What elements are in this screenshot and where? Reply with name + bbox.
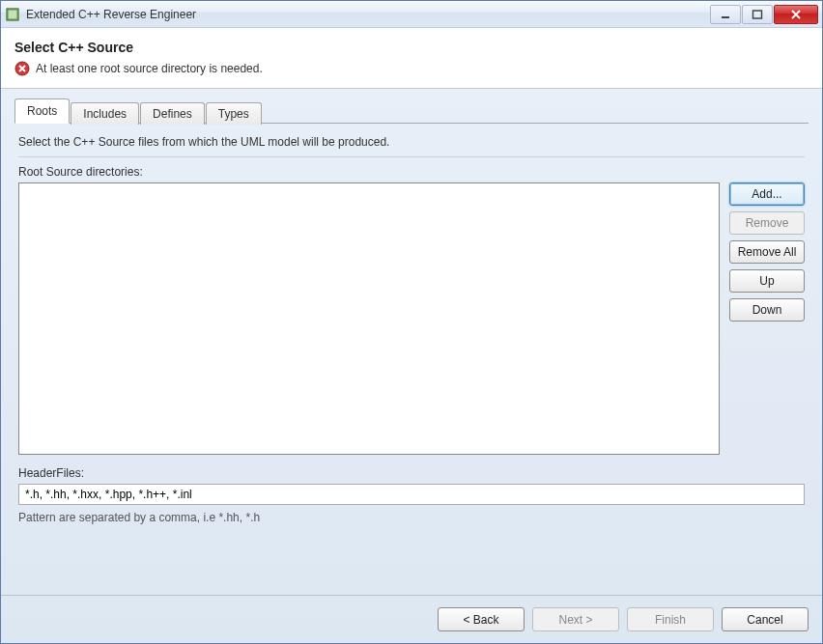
remove-button: Remove [729, 211, 805, 235]
headerfiles-label: HeaderFiles: [18, 466, 805, 480]
back-button[interactable]: < Back [438, 607, 525, 631]
error-text: At least one root source directory is ne… [36, 62, 263, 75]
cancel-button[interactable]: Cancel [722, 607, 809, 631]
maximize-button[interactable] [742, 5, 773, 24]
roots-tab-content: Select the C++ Source files from which t… [14, 124, 809, 595]
headerfiles-section: HeaderFiles: Pattern are separated by a … [18, 466, 805, 524]
tab-defines[interactable]: Defines [140, 102, 205, 125]
list-buttons: Add... Remove Remove All Up Down [729, 182, 805, 455]
next-button: Next > [532, 607, 619, 631]
finish-button: Finish [627, 607, 714, 631]
svg-rect-2 [722, 16, 729, 18]
error-icon [14, 61, 30, 76]
tab-roots[interactable]: Roots [14, 98, 70, 124]
window-controls [709, 5, 818, 24]
pattern-hint: Pattern are separated by a comma, i.e *.… [18, 511, 805, 524]
remove-all-button[interactable]: Remove All [729, 240, 805, 264]
app-icon [5, 7, 20, 22]
wizard-footer: < Back Next > Finish Cancel [1, 595, 822, 643]
close-button[interactable] [774, 5, 818, 24]
svg-rect-1 [9, 10, 17, 18]
dialog-window: Extended C++ Reverse Engineer Select C++… [0, 0, 823, 644]
page-title: Select C++ Source [14, 40, 809, 55]
tab-includes[interactable]: Includes [71, 102, 139, 125]
content-area: Roots Includes Defines Types Select the … [1, 89, 822, 595]
tab-bar: Roots Includes Defines Types [14, 98, 809, 124]
tab-types[interactable]: Types [206, 102, 262, 125]
tab-description: Select the C++ Source files from which t… [18, 131, 805, 157]
down-button[interactable]: Down [729, 298, 805, 322]
headerfiles-input[interactable] [18, 484, 805, 505]
root-directories-list[interactable] [18, 182, 720, 455]
minimize-button[interactable] [710, 5, 741, 24]
window-title: Extended C++ Reverse Engineer [26, 8, 709, 21]
spacer [18, 524, 805, 591]
root-directories-label: Root Source directories: [18, 165, 805, 179]
add-button[interactable]: Add... [729, 182, 805, 206]
up-button[interactable]: Up [729, 269, 805, 293]
error-message-row: At least one root source directory is ne… [14, 61, 809, 76]
wizard-header: Select C++ Source At least one root sour… [1, 28, 822, 89]
list-row: Add... Remove Remove All Up Down [18, 182, 805, 455]
svg-rect-3 [753, 11, 762, 18]
titlebar: Extended C++ Reverse Engineer [1, 1, 822, 28]
